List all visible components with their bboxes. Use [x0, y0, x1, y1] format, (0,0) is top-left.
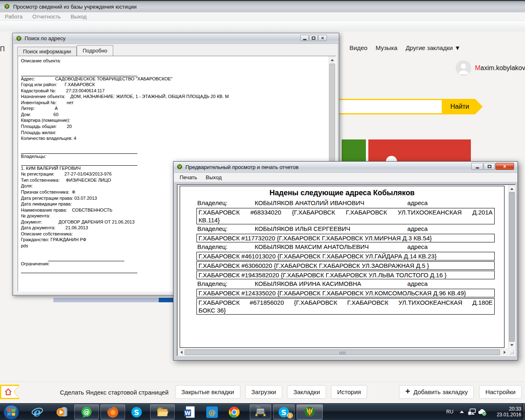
owner-row: Владелец:КОБЫЛЯКОВ МАКСИМ АНАТОЛЬЕВИЧадр…	[197, 243, 504, 251]
maximize-button[interactable]	[309, 35, 318, 41]
chrome-icon	[228, 406, 241, 419]
tile-green[interactable]	[342, 139, 366, 161]
user-name-first-letter: M	[475, 64, 480, 71]
report-title: Надены следующие адреса Кобыляков	[180, 189, 504, 197]
internet-explorer-icon: e	[31, 406, 44, 419]
address-box: Г.ХАБАРОВСК #124335020 {Г.ХАБАРОВСК Г.ХА…	[196, 289, 495, 297]
panel-button-3[interactable]: История	[331, 385, 367, 399]
taskbar-button-skype[interactable]: S	[130, 404, 144, 420]
address-box: Г.ХАБАРОВСК #461013020 {Г.ХАБАРОВСК Г.ХА…	[196, 252, 495, 260]
justice-main-window: Просмотр сведений из базы учреждения юст…	[0, 0, 525, 32]
resize-grip[interactable]	[508, 349, 515, 356]
minimize-icon	[303, 39, 306, 40]
main-menu-item-1[interactable]: Отчетность	[32, 14, 61, 20]
search-window-titlebar[interactable]: Поиск по адресу	[13, 33, 339, 44]
word-icon: W	[183, 406, 196, 419]
show-hidden-icons-button[interactable]	[460, 411, 464, 413]
address-box: Г.ХАБАРОВСК #63060020 {Г.ХАБАРОВСК Г.ХАБ…	[196, 261, 495, 270]
report-menu-item-0[interactable]: Печать	[180, 174, 197, 180]
panel-button-2[interactable]: Закладки	[287, 385, 326, 399]
user-name-rest: axim.kobylakov	[480, 64, 525, 71]
main-window-client	[0, 21, 525, 31]
main-menu-item-2[interactable]: Выход	[71, 14, 87, 20]
set-homepage-button[interactable]	[0, 385, 20, 399]
tab-strip: Поиск информацииПодробно	[17, 45, 113, 56]
tab-0[interactable]: Поиск информации	[17, 47, 77, 56]
cloud-sync-icon[interactable]	[477, 409, 487, 416]
start-button[interactable]	[3, 404, 19, 420]
document-line: Литер: А	[21, 106, 327, 112]
document-line	[21, 64, 327, 71]
taskbar-button-mailru-agent[interactable]: @	[74, 404, 99, 420]
owner-name: КОБЫЛЯКОВ АНАТОЛИЙ ИВАНОВИЧ	[255, 199, 364, 206]
add-bookmark-button[interactable]: + Добавить закладку	[399, 385, 474, 399]
scrollbar-thumb[interactable]	[185, 349, 500, 355]
report-menu-item-1[interactable]: Выход	[206, 174, 222, 180]
settings-button[interactable]: Настройки	[479, 385, 522, 399]
tile-red[interactable]	[368, 139, 471, 161]
scroll-down-button[interactable]	[509, 342, 515, 348]
main-menu-item-0[interactable]: Работа	[5, 14, 23, 20]
taskbar-button-justice-app[interactable]	[297, 404, 323, 420]
address-line: Г.ХАБАРОВСК #68334020 {Г.ХАБАРОВСК Г.ХАБ…	[199, 208, 493, 216]
taskbar-button-internet-explorer[interactable]: e	[30, 404, 44, 420]
arrow-up-icon	[331, 59, 334, 61]
address-line: КВ.114}	[199, 216, 493, 224]
taskbar-button-chrome[interactable]	[227, 404, 242, 420]
taskbar-button-mailru[interactable]: @	[205, 404, 219, 420]
horizontal-scrollbar[interactable]	[178, 349, 508, 356]
main-window-title: Просмотр сведений из базы учреждения юст…	[13, 4, 137, 10]
owner-row: Владелец:КОБЫЛЯКОВ АНАТОЛИЙ ИВАНОВИЧадре…	[197, 199, 504, 208]
avatar[interactable]	[456, 60, 471, 76]
user-name[interactable]: Maxim.kobylakov	[475, 64, 525, 72]
taskbar-button-windows-explorer[interactable]	[150, 404, 175, 420]
addresses-label: адреса	[407, 243, 428, 250]
scroll-up-button[interactable]	[329, 57, 336, 63]
document-line: Адрес: САДОВОДЧЕСКОЕ ТОВАРИЩЕСТВО "ХАБАР…	[21, 76, 327, 82]
close-button[interactable]: ×	[318, 35, 327, 41]
taskbar-button-skype-running[interactable]: S1	[273, 404, 294, 420]
clipped-page-text: П	[0, 46, 5, 53]
add-bookmark-label: Добавить закладку	[413, 388, 468, 395]
taskbar-button-firefox[interactable]	[100, 404, 125, 420]
svg-text:@: @	[208, 408, 216, 416]
addresses-label: адреса	[407, 225, 428, 232]
minimize-button[interactable]	[300, 35, 309, 41]
network-icon[interactable]	[468, 408, 476, 415]
close-button[interactable]: ×	[495, 163, 514, 170]
scroll-right-button[interactable]	[501, 349, 508, 356]
scrollbar-thumb[interactable]	[509, 192, 515, 342]
search-button[interactable]: Найти	[443, 99, 483, 114]
print-preview-area: Надены следующие адреса Кобыляков Владел…	[177, 184, 516, 356]
maximize-button[interactable]	[484, 163, 495, 170]
address-line: Г.ХАБАРОВСК #461013020 {Г.ХАБАРОВСК Г.ХА…	[199, 252, 493, 260]
minimize-button[interactable]	[471, 163, 483, 170]
minimize-icon	[476, 167, 479, 169]
panel-button-0[interactable]: Закрытые вкладки	[175, 385, 240, 399]
document-line	[21, 142, 327, 148]
clock[interactable]: 20:33 23.01.2016	[497, 406, 521, 418]
report-window-titlebar[interactable]: Предварительный просмотр и печать отчето…	[173, 162, 518, 173]
scroll-up-button[interactable]	[509, 185, 515, 192]
report-body: Надены следующие адреса Кобыляков Владел…	[180, 186, 504, 347]
clock-date: 23.01.2016	[497, 412, 521, 418]
top-link-2[interactable]: Другие закладки ▼	[406, 44, 461, 51]
scroll-left-button[interactable]	[178, 349, 185, 356]
taskbar-button-word[interactable]: W	[183, 404, 196, 420]
top-link-1[interactable]: Музыка	[376, 44, 397, 51]
taskbar-button-windows-media-player[interactable]	[55, 404, 69, 420]
browser-bottom-panel: Сделать Яндекс стартовой страницей Закры…	[0, 381, 525, 403]
taskbar-button-device-app[interactable]	[250, 404, 271, 420]
show-desktop-button[interactable]	[522, 404, 525, 420]
document-line: Кадастровый №: 27:23:0040614:117	[21, 88, 327, 94]
mailru-agent-icon: @	[80, 406, 93, 419]
search-button-label: Найти	[450, 103, 469, 110]
tab-1[interactable]: Подробно	[77, 45, 113, 56]
language-indicator[interactable]: RU	[446, 409, 453, 415]
firefox-icon	[106, 406, 119, 419]
top-link-0[interactable]: Видео	[349, 44, 368, 51]
panel-button-1[interactable]: Загрузки	[245, 385, 282, 399]
document-line: Дом: 60	[21, 112, 327, 118]
scrollbar-thumb[interactable]	[329, 64, 335, 166]
vertical-scrollbar[interactable]	[508, 185, 515, 349]
